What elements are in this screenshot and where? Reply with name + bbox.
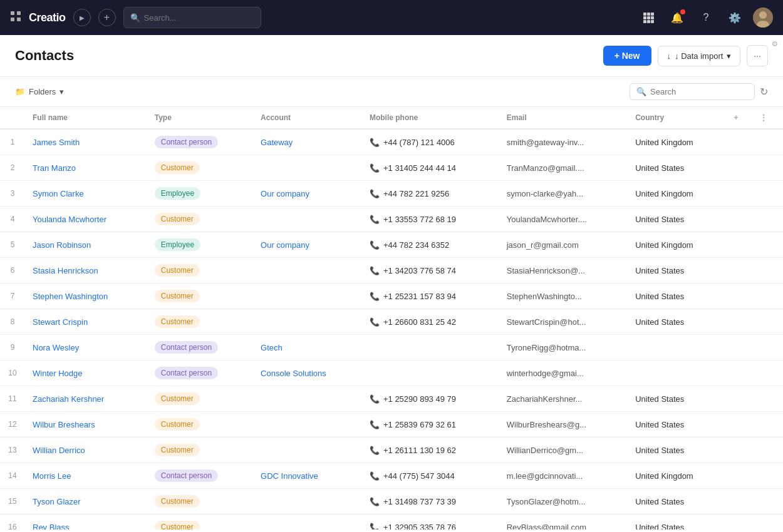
row-phone[interactable] bbox=[362, 361, 499, 386]
row-name[interactable]: Zachariah Kershner bbox=[25, 386, 147, 412]
row-phone[interactable]: 📞+44 782 234 6352 bbox=[362, 232, 499, 258]
new-button[interactable]: + New bbox=[603, 46, 651, 66]
play-button[interactable]: ▶ bbox=[73, 9, 91, 26]
row-phone[interactable] bbox=[362, 335, 499, 361]
row-name[interactable]: Rey Blass bbox=[25, 514, 147, 530]
table-row[interactable]: 12 Wilbur Breshears Customer 📞+1 25839 6… bbox=[0, 412, 783, 437]
row-col-add bbox=[726, 129, 752, 155]
table-row[interactable]: 8 Stewart Crispin Customer 📞+1 26600 831… bbox=[0, 309, 783, 335]
table-row[interactable]: 5 Jason Robinson Employee Our company 📞+… bbox=[0, 232, 783, 258]
table-row[interactable]: 4 Youlanda Mcwhorter Customer 📞+1 33553 … bbox=[0, 207, 783, 232]
row-phone[interactable]: 📞+1 25231 157 83 94 bbox=[362, 284, 499, 309]
search-contacts-input[interactable] bbox=[650, 87, 748, 96]
row-account[interactable] bbox=[253, 437, 362, 463]
col-email[interactable]: Email bbox=[499, 107, 628, 129]
table-row[interactable]: 15 Tyson Glazer Customer 📞+1 31498 737 7… bbox=[0, 489, 783, 514]
row-phone[interactable]: 📞+1 34203 776 58 74 bbox=[362, 258, 499, 284]
row-phone[interactable]: 📞+1 31405 244 44 14 bbox=[362, 155, 499, 181]
table-row[interactable]: 7 Stephen Washington Customer 📞+1 25231 … bbox=[0, 284, 783, 309]
avatar[interactable] bbox=[753, 8, 773, 28]
svg-rect-11 bbox=[647, 20, 650, 23]
row-name[interactable]: Stewart Crispin bbox=[25, 309, 147, 335]
table-row[interactable]: 14 Morris Lee Contact person GDC Innovat… bbox=[0, 463, 783, 489]
row-phone[interactable]: 📞+1 33553 772 68 19 bbox=[362, 207, 499, 232]
row-phone[interactable]: 📞+1 25290 893 49 79 bbox=[362, 386, 499, 412]
row-name[interactable]: Symon Clarke bbox=[25, 181, 147, 207]
row-phone[interactable]: 📞+1 26600 831 25 42 bbox=[362, 309, 499, 335]
col-fullname[interactable]: Full name bbox=[25, 107, 147, 129]
row-account[interactable] bbox=[253, 155, 362, 181]
row-account[interactable] bbox=[253, 514, 362, 530]
row-account[interactable] bbox=[253, 309, 362, 335]
row-account[interactable] bbox=[253, 412, 362, 437]
row-account[interactable]: Console Solutions bbox=[253, 361, 362, 386]
row-phone[interactable]: 📞+1 26111 130 19 62 bbox=[362, 437, 499, 463]
apps-icon[interactable] bbox=[638, 7, 659, 28]
contacts-table: Full name Type Account Mobile phone Emai… bbox=[0, 107, 783, 529]
table-row[interactable]: 9 Nora Wesley Contact person Gtech Tyron… bbox=[0, 335, 783, 361]
folders-button[interactable]: 📁 Folders ▾ bbox=[15, 87, 64, 96]
col-add[interactable]: + bbox=[726, 107, 752, 129]
row-phone[interactable]: 📞+44 (775) 547 3044 bbox=[362, 463, 499, 489]
row-name[interactable]: Willian Derrico bbox=[25, 437, 147, 463]
row-name[interactable]: Tyson Glazer bbox=[25, 489, 147, 514]
grid-icon[interactable] bbox=[10, 11, 21, 25]
refresh-button[interactable]: ↻ bbox=[760, 86, 768, 98]
table-row[interactable]: 2 Tran Manzo Customer 📞+1 31405 244 44 1… bbox=[0, 155, 783, 181]
row-name[interactable]: Winter Hodge bbox=[25, 361, 147, 386]
row-name[interactable]: Wilbur Breshears bbox=[25, 412, 147, 437]
table-row[interactable]: 11 Zachariah Kershner Customer 📞+1 25290… bbox=[0, 386, 783, 412]
row-account[interactable] bbox=[253, 207, 362, 232]
row-col-more bbox=[752, 437, 783, 463]
row-phone[interactable]: 📞+1 25839 679 32 61 bbox=[362, 412, 499, 437]
row-phone[interactable]: 📞+44 (787) 121 4006 bbox=[362, 129, 499, 155]
table-row[interactable]: 3 Symon Clarke Employee Our company 📞+44… bbox=[0, 181, 783, 207]
row-phone[interactable]: 📞+1 32905 335 78 76 bbox=[362, 514, 499, 530]
notifications-icon[interactable]: 🔔 bbox=[666, 7, 688, 28]
row-col-add bbox=[726, 514, 752, 530]
row-account[interactable] bbox=[253, 386, 362, 412]
phone-icon: 📞 bbox=[370, 446, 380, 455]
row-name[interactable]: Stasia Henrickson bbox=[25, 258, 147, 284]
help-icon[interactable]: ? bbox=[695, 7, 717, 28]
row-name[interactable]: Jason Robinson bbox=[25, 232, 147, 258]
row-name[interactable]: Stephen Washington bbox=[25, 284, 147, 309]
row-account[interactable]: GDC Innovative bbox=[253, 463, 362, 489]
phone-icon: 📞 bbox=[370, 497, 380, 506]
table-row[interactable]: 1 James Smith Contact person Gateway 📞+4… bbox=[0, 129, 783, 155]
row-account[interactable]: Gateway bbox=[253, 129, 362, 155]
more-options-button[interactable]: ··· bbox=[747, 45, 768, 66]
col-type[interactable]: Type bbox=[147, 107, 253, 129]
row-account[interactable]: Our company bbox=[253, 181, 362, 207]
row-name[interactable]: James Smith bbox=[25, 129, 147, 155]
row-account[interactable] bbox=[253, 284, 362, 309]
data-import-button[interactable]: ↓ ↓ Data import ▾ bbox=[658, 46, 741, 66]
table-row[interactable]: 6 Stasia Henrickson Customer 📞+1 34203 7… bbox=[0, 258, 783, 284]
row-name[interactable]: Tran Manzo bbox=[25, 155, 147, 181]
col-country[interactable]: Country bbox=[628, 107, 726, 129]
row-email: StewartCrispin@hot... bbox=[499, 309, 628, 335]
folder-icon: 📁 bbox=[15, 87, 25, 96]
col-account[interactable]: Account bbox=[253, 107, 362, 129]
row-account[interactable]: Gtech bbox=[253, 335, 362, 361]
table-row[interactable]: 13 Willian Derrico Customer 📞+1 26111 13… bbox=[0, 437, 783, 463]
col-more[interactable]: ⋮ bbox=[752, 107, 783, 129]
search-input[interactable] bbox=[144, 13, 254, 23]
row-email: TysonGlazer@hotm... bbox=[499, 489, 628, 514]
row-name[interactable]: Nora Wesley bbox=[25, 335, 147, 361]
row-name[interactable]: Morris Lee bbox=[25, 463, 147, 489]
row-account[interactable] bbox=[253, 489, 362, 514]
row-type: Customer bbox=[147, 258, 253, 284]
row-account[interactable]: Our company bbox=[253, 232, 362, 258]
row-account[interactable] bbox=[253, 258, 362, 284]
add-button[interactable]: + bbox=[98, 9, 116, 26]
phone-icon: 📞 bbox=[370, 292, 380, 301]
row-phone[interactable]: 📞+44 782 221 9256 bbox=[362, 181, 499, 207]
row-name[interactable]: Youlanda Mcwhorter bbox=[25, 207, 147, 232]
table-row[interactable]: 16 Rey Blass Customer 📞+1 32905 335 78 7… bbox=[0, 514, 783, 530]
table-row[interactable]: 10 Winter Hodge Contact person Console S… bbox=[0, 361, 783, 386]
svg-rect-12 bbox=[651, 20, 654, 23]
row-phone[interactable]: 📞+1 31498 737 73 39 bbox=[362, 489, 499, 514]
col-phone[interactable]: Mobile phone bbox=[362, 107, 499, 129]
settings-icon[interactable]: ⚙️ bbox=[724, 7, 745, 28]
